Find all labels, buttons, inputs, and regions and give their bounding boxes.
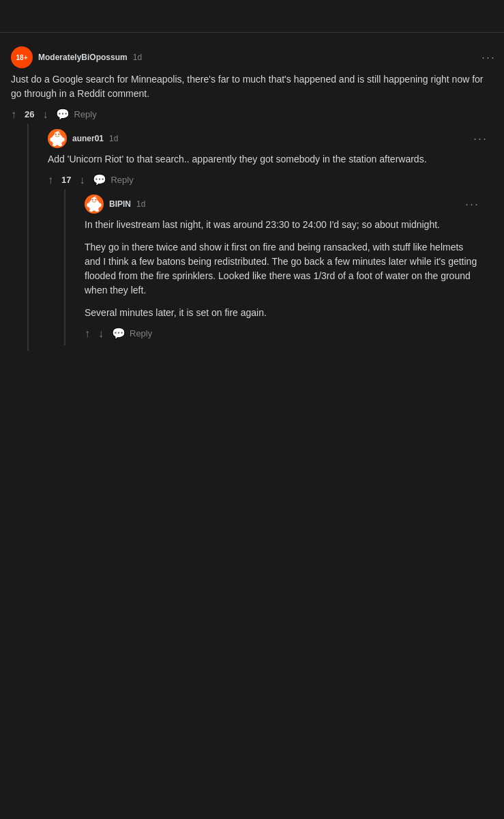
nested-comment-3: BIPIN 1d ··· In their livestream last ni… [64, 189, 488, 345]
more-options-comment-2[interactable]: ··· [473, 132, 488, 146]
downvote-button-3[interactable]: ↓ [98, 328, 104, 340]
page-container: 18+ ModeratelyBiOpossum 1d ··· Just do a… [0, 0, 504, 364]
svg-point-5 [58, 133, 59, 134]
reply-button-2[interactable]: 💬 Reply [93, 173, 133, 186]
svg-point-13 [96, 195, 98, 197]
reply-icon-3: 💬 [112, 327, 125, 340]
svg-point-19 [95, 209, 99, 212]
comment-3: BIPIN 1d ··· In their livestream last ni… [74, 189, 488, 345]
downvote-icon-3: ↓ [98, 328, 104, 340]
upvote-icon-1: ↑ [11, 109, 16, 121]
comment-3-actions: ↑ ↓ 💬 Reply [85, 327, 479, 340]
svg-point-3 [59, 130, 61, 131]
reply-icon-1: 💬 [56, 108, 70, 121]
top-nav [0, 0, 504, 33]
upvote-icon-3: ↑ [85, 328, 90, 340]
timestamp-comment-3: 1d [136, 199, 145, 209]
username-bipin[interactable]: BIPIN [109, 199, 131, 209]
comment-3-body: In their livestream last night, it was a… [85, 218, 479, 320]
svg-point-14 [92, 199, 93, 200]
downvote-button-2[interactable]: ↓ [79, 174, 85, 186]
comment-3-header: BIPIN 1d ··· [85, 195, 479, 214]
comment-1-header: 18+ ModeratelyBiOpossum 1d ··· [11, 46, 496, 68]
svg-point-4 [55, 133, 57, 134]
svg-point-18 [89, 209, 93, 212]
timestamp-comment-1: 1d [133, 53, 142, 62]
upvote-button-3[interactable]: ↑ [85, 328, 90, 340]
svg-point-16 [87, 203, 89, 207]
svg-point-15 [95, 199, 96, 200]
svg-point-7 [61, 138, 64, 142]
comment-1: 18+ ModeratelyBiOpossum 1d ··· Just do a… [0, 41, 504, 356]
reply-button-1[interactable]: 💬 Reply [56, 108, 96, 121]
username-moderatelybiopossum[interactable]: ModeratelyBiOpossum [38, 53, 128, 62]
reply-button-3[interactable]: 💬 Reply [112, 327, 152, 340]
reply-icon-2: 💬 [93, 173, 106, 186]
timestamp-comment-2: 1d [109, 134, 118, 143]
more-options-comment-3[interactable]: ··· [465, 197, 479, 212]
svg-point-6 [50, 138, 53, 142]
comment-thread: 18+ ModeratelyBiOpossum 1d ··· Just do a… [0, 33, 504, 364]
comment-2-actions: ↑ 17 ↓ 💬 Reply [48, 173, 488, 186]
vote-count-2: 17 [61, 175, 71, 185]
upvote-icon-2: ↑ [48, 174, 53, 186]
downvote-button-1[interactable]: ↓ [42, 109, 48, 121]
vote-count-1: 26 [25, 109, 34, 119]
avatar-bipin [85, 195, 104, 214]
upvote-button-1[interactable]: ↑ [11, 109, 16, 121]
more-options-comment-1[interactable]: ··· [481, 51, 496, 65]
nested-comment-2: auner01 1d ··· Add 'Unicorn Riot' to tha… [27, 124, 496, 351]
svg-point-17 [98, 203, 101, 207]
username-auner01[interactable]: auner01 [72, 134, 104, 143]
svg-point-8 [53, 143, 57, 146]
avatar-moderatelybiopossum: 18+ [11, 46, 33, 68]
upvote-button-2[interactable]: ↑ [48, 174, 53, 186]
downvote-icon-2: ↓ [79, 174, 85, 186]
avatar-auner01 [48, 129, 67, 148]
comment-2-header: auner01 1d ··· [48, 129, 488, 148]
comment-2-body: Add 'Unicorn Riot' to that search.. appa… [48, 152, 488, 167]
comment-1-actions: ↑ 26 ↓ 💬 Reply [11, 108, 496, 121]
downvote-icon-1: ↓ [42, 109, 48, 121]
comment-1-body: Just do a Google search for Minneapolis,… [11, 72, 496, 101]
comment-2: auner01 1d ··· Add 'Unicorn Riot' to tha… [37, 124, 496, 351]
svg-point-9 [58, 143, 62, 146]
